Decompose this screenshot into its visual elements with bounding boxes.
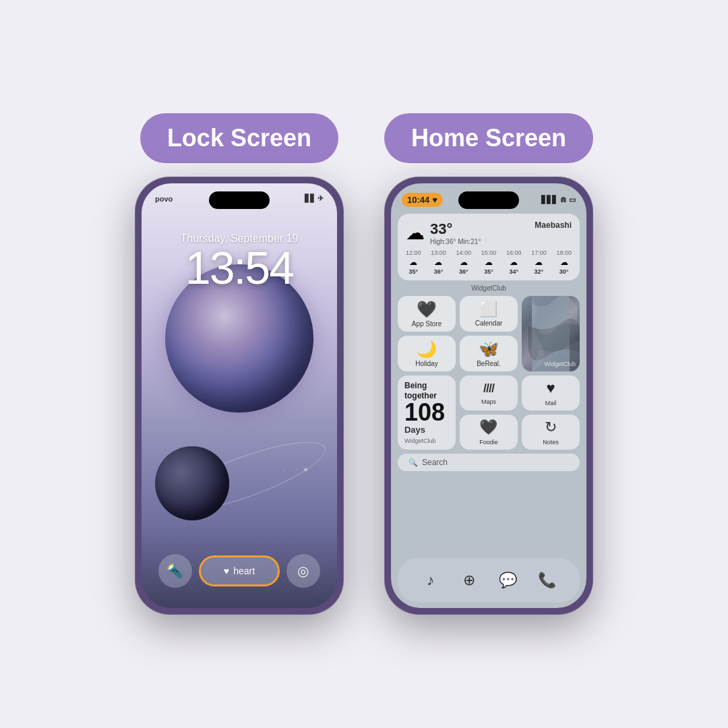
weather-hour-1: 12:00 ☁ 35° (406, 249, 421, 275)
counter-number: 108 (404, 400, 449, 425)
marble-widget[interactable]: WidgetClub (522, 296, 580, 371)
holiday-img: 🌙 (417, 341, 437, 357)
app-store-icon[interactable]: 🖤 App Store (398, 296, 456, 332)
weather-hour-4: 15:00 ☁ 35° (481, 249, 497, 275)
bereal-img: 🦋 (479, 341, 499, 357)
lock-carrier: povo (155, 195, 173, 203)
home-content: ☁ 33° High:36° Min:21° Maebashi (391, 210, 586, 555)
camera-icon: ◎ (297, 563, 309, 579)
lock-time: 13:54 (142, 245, 337, 291)
weather-widget[interactable]: ☁ 33° High:36° Min:21° Maebashi (398, 214, 580, 280)
home-screen-phone: 10:44 ♥ ▋▋▋ ⋒ ▭ ☁ (384, 177, 593, 615)
weather-cloud-icon: ☁ (406, 222, 425, 244)
weather-hour-3: 14:00 ☁ 36° (456, 249, 471, 275)
lock-screen-section: Lock Screen povo ▋▋ ✈ Thursday, Septembe… (135, 113, 344, 615)
weather-city: Maebashi (535, 220, 572, 230)
marble-label: WidgetClub (544, 361, 576, 367)
camera-button[interactable]: ◎ (286, 554, 320, 588)
flashlight-button[interactable]: 🔦 (158, 554, 192, 588)
home-screen-bg: 10:44 ♥ ▋▋▋ ⋒ ▭ ☁ (391, 183, 586, 608)
messages-icon: 💬 (499, 572, 517, 589)
widget-club-label-top: WidgetClub (398, 284, 580, 292)
bottom-row: Being together 108 Days WidgetClub //// … (398, 375, 580, 450)
bereal-label: BeReal. (477, 360, 501, 367)
mail-icon: ♥ (546, 380, 555, 397)
calendar-label: Calendar (475, 320, 503, 327)
dynamic-island-lock (209, 191, 270, 209)
search-bar[interactable]: 🔍 Search (398, 454, 580, 471)
app-store-label: App Store (412, 320, 442, 328)
holiday-icon[interactable]: 🌙 Holiday (398, 336, 456, 371)
weather-hour-7: 18:00 ☁ 30° (556, 249, 572, 275)
weather-top: ☁ 33° High:36° Min:21° Maebashi (406, 220, 572, 245)
weather-minmax: High:36° Min:21° (430, 238, 481, 245)
dock-music[interactable]: ♪ (415, 565, 446, 596)
foodie-app[interactable]: 🖤 Foodie (460, 415, 518, 450)
counter-widget-label: WidgetClub (404, 437, 449, 444)
maps-icon: //// (483, 382, 494, 396)
planet-small (155, 446, 229, 520)
wifi-icon: ⋒ (560, 195, 566, 204)
app-grid: 🖤 App Store ⬜ Calendar (398, 296, 580, 371)
home-time-heart: ♥ (432, 195, 437, 205)
lock-screen-bg: povo ▋▋ ✈ Thursday, September 19 13:54 ·… (142, 183, 337, 608)
counter-days: Days (404, 425, 449, 435)
lock-screen-inner: povo ▋▋ ✈ Thursday, September 19 13:54 ·… (142, 183, 337, 608)
weather-hour-5: 16:00 ☁ 34° (506, 249, 522, 275)
dock: ♪ ⊕ 💬 📞 (398, 558, 580, 603)
home-screen-label: Home Screen (384, 113, 593, 163)
weather-hourly: 12:00 ☁ 35° 13:00 ☁ 36° 14:00 (406, 249, 572, 275)
weather-temp: 33° (430, 220, 481, 238)
notes-label: Notes (543, 439, 559, 446)
counter-title: Being together (404, 381, 449, 400)
notes-icon: ↻ (545, 419, 557, 436)
foodie-label: Foodie (479, 439, 498, 446)
mail-label: Mail (545, 400, 557, 406)
app-store-img: 🖤 (417, 301, 437, 317)
battery-icon: ▭ (569, 195, 576, 204)
holiday-label: Holiday (415, 360, 437, 367)
home-screen-inner: 10:44 ♥ ▋▋▋ ⋒ ▭ ☁ (391, 183, 586, 608)
safari-icon: ⊕ (463, 572, 475, 589)
heart-icon: ♥ (224, 566, 229, 576)
dock-phone[interactable]: 📞 (531, 565, 562, 596)
lock-screen-label: Lock Screen (140, 113, 338, 163)
home-time-badge: 10:44 ♥ (402, 193, 443, 207)
calendar-icon[interactable]: ⬜ Calendar (460, 296, 518, 332)
foodie-icon: 🖤 (479, 419, 497, 436)
counter-widget[interactable]: Being together 108 Days WidgetClub (398, 375, 456, 450)
weather-hour-6: 17:00 ☁ 32° (531, 249, 547, 275)
maps-label: Maps (481, 398, 496, 405)
weather-hour-2: 13:00 ☁ 36° (431, 249, 446, 275)
weather-left: ☁ 33° High:36° Min:21° (406, 220, 481, 245)
notes-app[interactable]: ↻ Notes (522, 415, 580, 450)
lock-screen-phone: povo ▋▋ ✈ Thursday, September 19 13:54 ·… (135, 177, 344, 615)
home-time: 10:44 (407, 195, 429, 205)
music-icon: ♪ (427, 572, 434, 589)
home-screen-section: Home Screen 10:44 ♥ ▋▋▋ ⋒ ▭ (384, 113, 593, 615)
signal-icon: ▋▋▋ (541, 195, 557, 204)
maps-app[interactable]: //// Maps (460, 375, 518, 411)
dock-messages[interactable]: 💬 (493, 565, 524, 596)
search-icon: 🔍 (408, 458, 418, 467)
dynamic-island-home (458, 191, 519, 209)
weather-info: 33° High:36° Min:21° (430, 220, 481, 245)
dock-safari[interactable]: ⊕ (454, 565, 485, 596)
status-icons: ▋▋▋ ⋒ ▭ (541, 195, 576, 204)
flashlight-icon: 🔦 (166, 563, 183, 579)
bereal-icon[interactable]: 🦋 BeReal. (460, 336, 518, 371)
lock-signal-icons: ▋▋ ✈ (305, 194, 324, 203)
lock-bottom-controls: 🔦 ♥ heart ◎ (142, 554, 337, 588)
heart-label: heart (233, 566, 255, 576)
calendar-img: ⬜ (479, 302, 497, 317)
phone-icon: 📞 (538, 572, 556, 589)
search-placeholder: Search (422, 458, 448, 467)
mail-app[interactable]: ♥ Mail (522, 375, 580, 411)
heart-button[interactable]: ♥ heart (199, 555, 280, 586)
dots-decoration: · · · ★ (283, 466, 310, 473)
